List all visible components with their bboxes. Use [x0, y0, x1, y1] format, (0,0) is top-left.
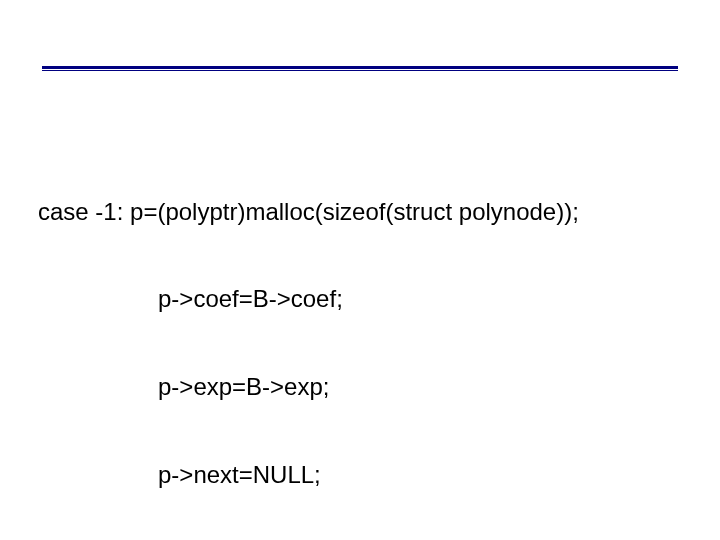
title-underline: [42, 66, 678, 71]
code-line: case -1: p=(polyptr)malloc(sizeof(struct…: [38, 197, 682, 226]
code-block: case -1: p=(polyptr)malloc(sizeof(struct…: [38, 138, 682, 540]
code-line: p->coef=B->coef;: [38, 284, 682, 313]
code-line: p->exp=B->exp;: [38, 372, 682, 401]
code-line: p->next=NULL;: [38, 460, 682, 489]
slide: case -1: p=(polyptr)malloc(sizeof(struct…: [0, 0, 720, 540]
